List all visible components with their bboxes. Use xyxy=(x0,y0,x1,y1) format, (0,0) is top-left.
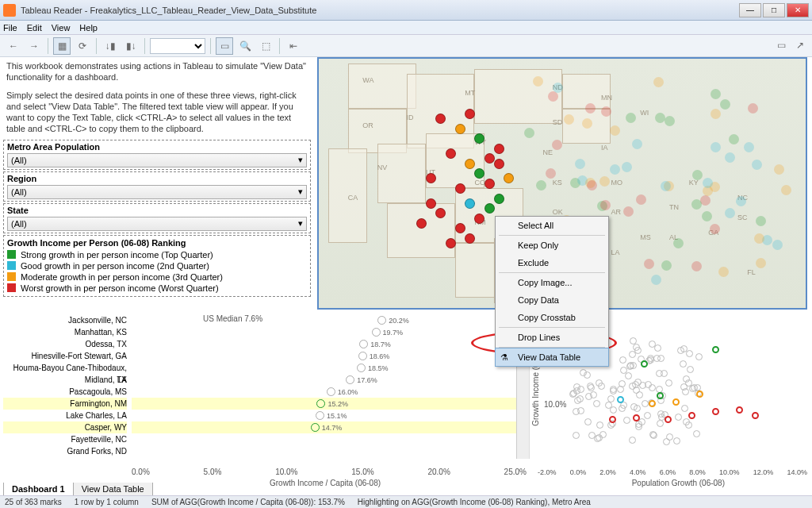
scatter-mark-faded[interactable] xyxy=(577,407,584,414)
ctx-view-data-table[interactable]: ⚗ View Data Table xyxy=(495,348,609,367)
scatter-mark-faded[interactable] xyxy=(623,417,630,424)
fit-select[interactable] xyxy=(150,38,205,54)
map-mark-faded[interactable] xyxy=(661,260,672,271)
scatter-mark[interactable] xyxy=(712,346,719,353)
dot-mark[interactable] xyxy=(372,328,381,337)
map-mark-faded[interactable] xyxy=(524,128,534,138)
presentation-mode-button[interactable]: ▭ xyxy=(772,37,790,54)
scatter-mark[interactable] xyxy=(633,414,640,421)
map-mark-faded[interactable] xyxy=(622,162,632,172)
forward-button[interactable]: → xyxy=(25,37,43,55)
map-mark-faded[interactable] xyxy=(651,275,661,285)
ctx-copy-image[interactable]: Copy Image... xyxy=(496,274,608,291)
scatter-mark-faded[interactable] xyxy=(625,372,632,379)
scatter-mark[interactable] xyxy=(617,396,624,403)
scatter-mark-faded[interactable] xyxy=(665,379,672,387)
ctx-keep-only[interactable]: Keep Only xyxy=(496,237,608,254)
ctx-copy-data[interactable]: Copy Data xyxy=(496,291,608,309)
map-mark-faded[interactable] xyxy=(774,164,784,175)
map-mark[interactable] xyxy=(494,194,504,204)
dot-mark[interactable] xyxy=(358,352,367,360)
filter-state-select[interactable]: (All)▾ xyxy=(7,217,307,231)
scatter-mark-faded[interactable] xyxy=(607,395,615,402)
map-mark[interactable] xyxy=(465,233,475,244)
menu-edit[interactable]: Edit xyxy=(27,23,42,33)
dot-mark[interactable] xyxy=(357,364,366,372)
ctx-exclude[interactable]: Exclude xyxy=(496,254,608,271)
list-item[interactable]: Lake Charles, LA xyxy=(3,410,127,421)
minimize-button[interactable]: — xyxy=(739,3,761,17)
map-mark[interactable] xyxy=(426,198,436,209)
list-item[interactable]: Midland, TX xyxy=(3,374,127,386)
map-mark[interactable] xyxy=(465,198,475,209)
reset-button[interactable]: ⇤ xyxy=(285,37,302,55)
scatter-mark-faded[interactable] xyxy=(647,356,654,364)
refresh-button[interactable]: ⟳ xyxy=(74,37,91,55)
map-mark[interactable] xyxy=(446,148,456,159)
list-item[interactable]: Jacksonville, NC xyxy=(3,314,127,326)
map-mark-faded[interactable] xyxy=(710,142,721,152)
scatter-mark-faded[interactable] xyxy=(649,341,656,348)
map-mark-faded[interactable] xyxy=(720,99,730,110)
map-mark[interactable] xyxy=(485,203,495,214)
map-mark-faded[interactable] xyxy=(665,116,675,126)
ctx-drop-lines[interactable]: Drop Lines xyxy=(496,329,608,346)
map-mark[interactable] xyxy=(455,183,465,194)
map-mark-faded[interactable] xyxy=(736,196,746,206)
list-item[interactable]: Manhattan, KS xyxy=(3,326,127,338)
map-mark[interactable] xyxy=(494,159,504,169)
scatter-mark[interactable] xyxy=(665,416,672,423)
scatter-mark-faded[interactable] xyxy=(680,360,687,368)
scatter-mark[interactable] xyxy=(736,406,743,414)
scatter-mark-faded[interactable] xyxy=(598,383,605,390)
dot-mark[interactable] xyxy=(327,387,335,396)
scatter-mark-faded[interactable] xyxy=(620,367,627,374)
map-mark-faded[interactable] xyxy=(536,180,546,190)
scatter-mark-faded[interactable] xyxy=(619,356,626,364)
menu-file[interactable]: File xyxy=(3,23,17,33)
scatter-mark-faded[interactable] xyxy=(695,353,703,360)
maximize-button[interactable]: □ xyxy=(763,3,785,17)
dot-chart[interactable]: US Median 7.6% 20.2%19.7%18.7%18.6%18.5%… xyxy=(132,313,530,459)
map-mark-faded[interactable] xyxy=(692,170,703,180)
scatter-mark-faded[interactable] xyxy=(573,432,580,439)
map-mark-faded[interactable] xyxy=(553,83,563,93)
scatter-mark-faded[interactable] xyxy=(686,350,693,357)
dot-mark[interactable] xyxy=(316,411,324,420)
sort-desc-button[interactable]: ▮↓ xyxy=(122,37,140,55)
map-mark-faded[interactable] xyxy=(691,261,702,271)
zoom-in-button[interactable]: 🔍 xyxy=(236,37,254,55)
map-mark-faded[interactable] xyxy=(756,216,766,226)
menu-help[interactable]: Help xyxy=(79,23,98,33)
map-mark-faded[interactable] xyxy=(700,195,710,206)
scatter-mark-faded[interactable] xyxy=(596,421,603,429)
list-item[interactable]: Hinesville-Fort Stewart, GA xyxy=(3,350,127,362)
map-mark-faded[interactable] xyxy=(754,233,764,244)
map-mark[interactable] xyxy=(494,144,504,154)
scatter-mark-faded[interactable] xyxy=(645,381,652,388)
map-mark-faded[interactable] xyxy=(673,238,684,248)
scatter-mark[interactable] xyxy=(696,391,703,398)
scatter-mark-faded[interactable] xyxy=(629,437,636,444)
scatter-mark[interactable] xyxy=(712,408,719,415)
filter-region-select[interactable]: (All)▾ xyxy=(7,185,307,199)
ctx-select-all[interactable]: Select All xyxy=(496,217,608,234)
scatter-mark-faded[interactable] xyxy=(576,395,584,402)
list-item[interactable]: Fayetteville, NC xyxy=(3,433,127,445)
scatter-mark-faded[interactable] xyxy=(687,366,694,373)
pause-updates-button[interactable]: ▦ xyxy=(53,37,71,55)
list-item[interactable]: Odessa, TX xyxy=(3,338,127,350)
map-mark[interactable] xyxy=(455,124,465,134)
scatter-mark-faded[interactable] xyxy=(584,418,592,425)
scatter-mark-faded[interactable] xyxy=(619,405,626,412)
scatter-mark-faded[interactable] xyxy=(585,393,592,400)
map-mark[interactable] xyxy=(465,159,475,169)
scatter-mark-faded[interactable] xyxy=(657,355,665,362)
map-mark-faded[interactable] xyxy=(582,118,592,129)
list-item[interactable]: Farmington, NM xyxy=(3,398,127,410)
dot-mark[interactable] xyxy=(359,340,368,348)
scatter-mark-faded[interactable] xyxy=(587,383,594,390)
map-mark-faded[interactable] xyxy=(710,89,721,99)
legend-item[interactable]: Strong growth in per person income (Top … xyxy=(7,249,307,260)
scatter-mark-faded[interactable] xyxy=(630,337,637,344)
